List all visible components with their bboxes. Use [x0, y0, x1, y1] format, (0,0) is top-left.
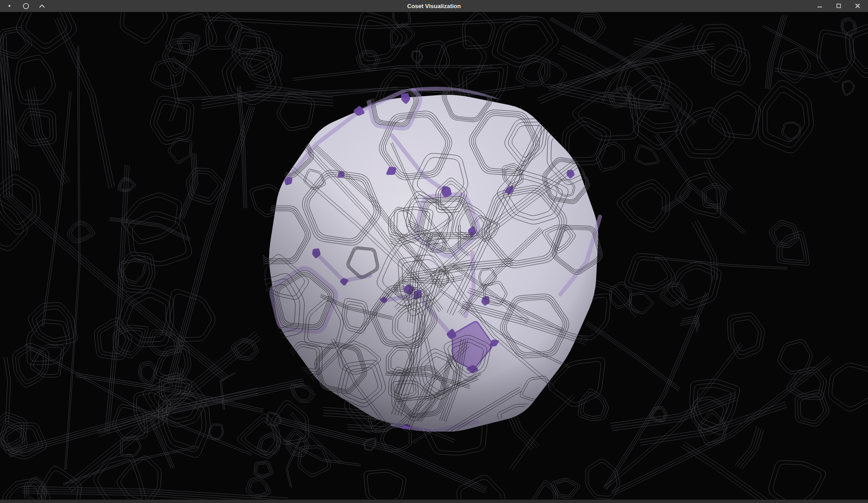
coset-scene-canvas[interactable] — [0, 12, 868, 499]
titlebar: Coset Visualization — [0, 0, 868, 12]
chevron-up-icon[interactable] — [38, 2, 46, 10]
window-title: Coset Visualization — [0, 0, 868, 12]
titlebar-left-controls — [0, 2, 46, 10]
3d-viewport[interactable] — [0, 12, 868, 499]
close-icon[interactable] — [854, 2, 862, 10]
minimize-icon[interactable] — [816, 2, 824, 10]
window-bottom-border — [0, 499, 868, 503]
dot-indicator-icon[interactable] — [5, 2, 14, 10]
maximize-icon[interactable] — [835, 2, 843, 10]
circle-icon[interactable] — [22, 2, 30, 10]
titlebar-right-controls — [816, 2, 868, 10]
